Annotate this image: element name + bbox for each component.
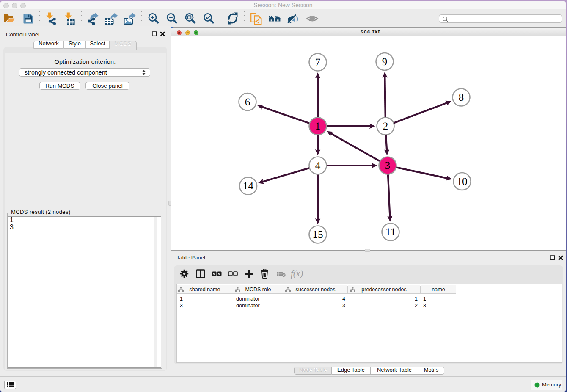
svg-text:15: 15 [313,229,323,240]
svg-text:3: 3 [385,160,391,171]
svg-text:11: 11 [385,226,396,238]
svg-text:7: 7 [315,57,321,68]
svg-text:10: 10 [457,176,468,188]
svg-text:2: 2 [383,121,388,132]
svg-text:8: 8 [459,92,464,103]
svg-text:4: 4 [315,160,321,171]
svg-text:1: 1 [315,121,321,132]
svg-text:14: 14 [243,180,254,192]
svg-text:6: 6 [245,97,250,108]
svg-text:9: 9 [382,56,388,68]
